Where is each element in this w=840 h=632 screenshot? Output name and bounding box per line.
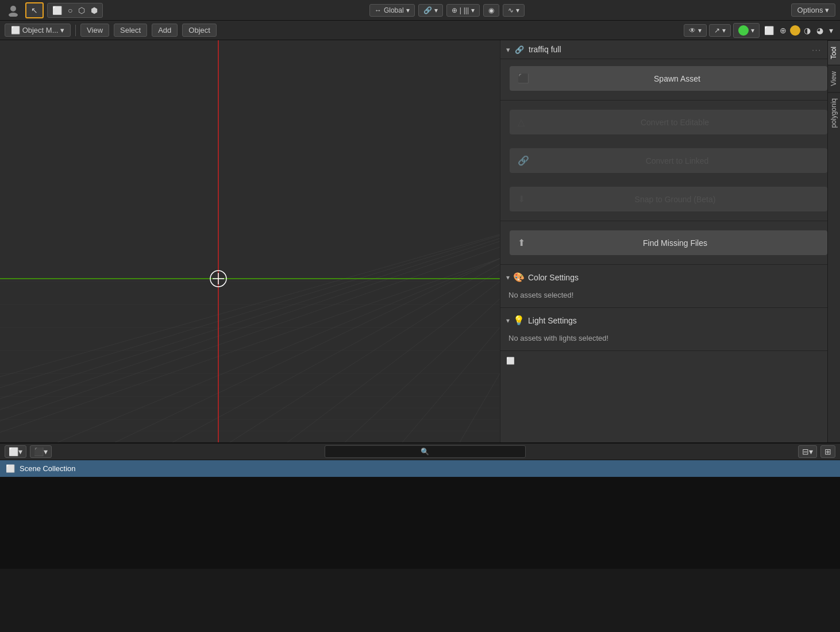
lasso2-icon[interactable]: ⬢ xyxy=(88,5,100,16)
no-lights-label: No assets with lights selected! xyxy=(508,334,608,342)
snap-arrow: ▾ xyxy=(471,6,475,14)
world-icon[interactable]: ⊕ xyxy=(777,25,789,36)
shading-arrow[interactable]: ▾ xyxy=(827,25,835,36)
select-label: Select xyxy=(120,26,141,34)
lasso-icon[interactable]: ⬡ xyxy=(76,5,87,16)
no-assets-text: No assets selected! xyxy=(500,287,827,305)
outliner-view-btn[interactable]: ⬜ ▾ xyxy=(5,445,26,458)
transform-btn[interactable]: ↔ Global ▾ xyxy=(369,4,415,17)
convert-linked-button[interactable]: 🔗 Convert to Linked xyxy=(510,148,827,173)
object-mode-icon: ⬜ xyxy=(11,26,20,34)
proportional-btn[interactable]: ◉ xyxy=(483,4,499,17)
view-label: View xyxy=(87,26,103,34)
panel-header-icon: 🔗 xyxy=(515,45,524,54)
snap-divider: | xyxy=(460,6,461,14)
convert-linked-section: 🔗 Convert to Linked xyxy=(505,145,823,176)
snap-icon: ⊕ xyxy=(452,6,457,14)
circle-icon[interactable]: ○ xyxy=(65,5,75,16)
collection-icon: ⬜ xyxy=(6,464,15,473)
outliner-sort-btn[interactable]: ⊟ ▾ xyxy=(798,445,817,458)
divider-5 xyxy=(500,350,827,351)
options-button[interactable]: Options ▾ xyxy=(791,3,835,17)
spawn-asset-button[interactable]: ⬛ Spawn Asset xyxy=(510,66,827,91)
panel-dots: ··· xyxy=(812,45,822,54)
find-missing-label: Find Missing Files xyxy=(531,238,819,248)
outliner-icon: ⬜ xyxy=(9,447,18,456)
right-icons: 👁 ▾ ↗ ▾ ▾ ⬜ ⊕ ◑ ◕ ▾ xyxy=(684,23,835,38)
svg-point-0 xyxy=(10,6,16,11)
find-missing-icon: ⬆ xyxy=(518,237,525,248)
spawn-label: Spawn Asset xyxy=(535,74,819,83)
render-mode-1[interactable]: ◑ xyxy=(802,25,813,36)
light-settings-label: Light Settings xyxy=(528,316,577,325)
shading-yellow-dot xyxy=(790,25,800,36)
scene-collection-row[interactable]: ⬜ Scene Collection xyxy=(0,460,840,477)
panel-header-arrow[interactable]: ▾ xyxy=(506,45,510,54)
cursor-tool-group[interactable]: ↖ xyxy=(25,2,44,18)
collection-name: Scene Collection xyxy=(20,464,76,473)
find-missing-button[interactable]: ⬆ Find Missing Files xyxy=(510,230,827,255)
wave-arrow: ▾ xyxy=(516,6,519,14)
cursor-icon[interactable]: ↖ xyxy=(29,5,40,16)
render-mode-2[interactable]: ◕ xyxy=(814,25,826,36)
outliner-add-btn[interactable]: ⊞ xyxy=(820,445,835,458)
right-panel: ▾ 🔗 traffiq full ··· ⬛ Spawn Asset △ Con… xyxy=(500,40,827,442)
object-mode-arrow: ▾ xyxy=(60,26,64,34)
options-label: Options xyxy=(797,6,823,14)
search-input[interactable] xyxy=(325,445,526,458)
add-menu-button[interactable]: Add xyxy=(152,24,178,37)
link-btn[interactable]: 🔗 ▾ xyxy=(418,4,443,17)
svg-rect-2 xyxy=(0,40,500,442)
tab-view[interactable]: View xyxy=(828,65,840,92)
gizmo-btn[interactable]: ↗ ▾ xyxy=(709,24,731,37)
find-missing-section: ⬆ Find Missing Files xyxy=(505,227,823,259)
select-menu-button[interactable]: Select xyxy=(114,24,147,37)
outliner-filter-icon: ⬛ xyxy=(34,447,44,456)
divider-4 xyxy=(500,307,827,308)
mode-sep-1 xyxy=(75,25,76,36)
tab-tool-label: Tool xyxy=(830,47,838,59)
overlay-btn[interactable]: ▾ xyxy=(733,23,760,38)
shape-tools-group[interactable]: ⬜ ○ ⬡ ⬢ xyxy=(47,3,103,18)
header-tools-btn[interactable]: ∿ ▾ xyxy=(503,4,525,17)
overlay-green-dot xyxy=(738,25,749,36)
main-content-area: User Perspective (1) Scene Collection xyxy=(0,40,840,442)
object-mode-label: Object M... xyxy=(22,26,59,34)
camera-icon[interactable]: ⬜ xyxy=(762,25,776,36)
divider-1 xyxy=(500,100,827,101)
visibility-btn[interactable]: 👁 ▾ xyxy=(684,24,707,37)
transform-icon: ↔ xyxy=(375,6,382,14)
color-settings-header[interactable]: ▾ 🎨 Color Settings xyxy=(500,267,827,287)
add-collection-icon: ⊞ xyxy=(824,447,831,456)
outliner-toolbar: ⬜ ▾ ⬛ ▾ ⊟ ▾ ⊞ xyxy=(0,444,840,460)
snap-mode-icon: ||| xyxy=(464,6,469,14)
tab-tool[interactable]: Tool xyxy=(828,40,840,65)
search-container xyxy=(55,445,795,458)
snap-ground-button[interactable]: ⬇ Snap to Ground (Beta) xyxy=(510,187,827,211)
gizmo-icon: ↗ xyxy=(714,26,720,34)
snap-ground-label: Snap to Ground (Beta) xyxy=(531,195,819,204)
divider-2 xyxy=(500,221,827,221)
color-settings-arrow: ▾ xyxy=(506,273,510,282)
spawn-icon: ⬛ xyxy=(518,73,529,84)
light-settings-header[interactable]: ▾ 💡 Light Settings xyxy=(500,310,827,330)
convert-editable-button[interactable]: △ Convert to Editable xyxy=(510,110,827,134)
box-icon[interactable]: ⬜ xyxy=(50,5,64,16)
user-icon[interactable] xyxy=(5,3,22,18)
eye-icon: 👁 xyxy=(689,26,696,34)
snap-ground-icon: ⬇ xyxy=(518,194,525,205)
outliner-area: ⬜ ▾ ⬛ ▾ ⊟ ▾ ⊞ ⬜ Scene Collection xyxy=(0,442,840,477)
object-mode-button[interactable]: ⬜ Object M... ▾ xyxy=(5,24,71,37)
wave-icon: ∿ xyxy=(508,6,514,14)
viewport[interactable]: User Perspective (1) Scene Collection xyxy=(0,40,500,442)
tab-polygoniq[interactable]: polygoniq xyxy=(828,92,840,133)
panel-header: ▾ 🔗 traffiq full ··· xyxy=(500,40,827,59)
panel-title: traffiq full xyxy=(529,45,561,54)
object-menu-button[interactable]: Object xyxy=(182,24,217,37)
snap-btn[interactable]: ⊕ | ||| ▾ xyxy=(446,4,480,17)
shading-icons: ⬜ ⊕ ◑ ◕ ▾ xyxy=(762,25,835,36)
view-menu-button[interactable]: View xyxy=(80,24,109,37)
footer-area xyxy=(0,477,840,569)
convert-editable-icon: △ xyxy=(518,117,525,128)
outliner-filter-btn[interactable]: ⬛ ▾ xyxy=(30,445,52,458)
